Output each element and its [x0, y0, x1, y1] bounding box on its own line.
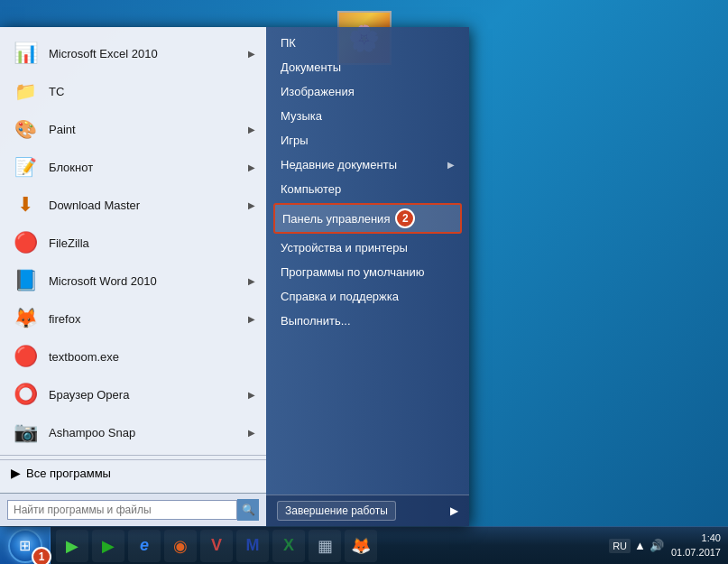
opera-icon: ⭕ — [11, 380, 40, 409]
app-item-tc[interactable]: 📁 TC — [0, 72, 266, 110]
dlmaster-icon: ⬇ — [11, 190, 40, 219]
right-item-run-label: Выполнить... — [281, 314, 351, 328]
app-item-excel[interactable]: 📊 Microsoft Excel 2010 ▶ — [0, 34, 266, 72]
system-tray: RU ▲ 🔊 — [609, 539, 664, 553]
right-item-games[interactable]: Игры — [266, 128, 469, 153]
app-item-dlmaster[interactable]: ⬇ Download Master ▶ — [0, 186, 266, 224]
app-divider — [0, 455, 266, 456]
start-button[interactable]: ⊞ 1 — [0, 527, 51, 565]
ie-icon: e — [140, 536, 149, 555]
app-list: 📊 Microsoft Excel 2010 ▶ 📁 TC 🎨 Paint ▶ — [0, 27, 266, 493]
right-item-controlpanel-label: Панель управления — [282, 212, 390, 226]
word-arrow: ▶ — [248, 276, 255, 286]
controlpanel-row: Панель управления 2 — [282, 208, 415, 228]
taskbar-item-firefox[interactable]: 🦊 — [345, 530, 377, 562]
right-item-docs-label: Документы — [281, 60, 341, 74]
play2-icon: ▶ — [102, 536, 115, 556]
app-item-ashampoo[interactable]: 📷 Ashampoo Snap ▶ — [0, 413, 266, 451]
right-item-games-label: Игры — [281, 134, 309, 147]
ashampoo-icon: 📷 — [11, 418, 40, 447]
excel-label: Microsoft Excel 2010 — [49, 47, 158, 60]
clock-time: 1:40 — [671, 532, 721, 545]
right-item-defaults-label: Программы по умолчанию — [281, 265, 424, 279]
right-item-music[interactable]: Музыка — [266, 104, 469, 128]
all-programs-button[interactable]: ▶ Все программы — [0, 459, 266, 485]
dlmaster-label: Download Master — [49, 199, 140, 212]
taskbar-item-ie[interactable]: e — [128, 530, 161, 562]
firefox-label: firefox — [49, 312, 80, 326]
right-item-devices[interactable]: Устройства и принтеры — [266, 236, 469, 260]
textboom-icon: 🔴 — [11, 342, 40, 371]
right-item-computer[interactable]: Компьютер — [266, 177, 469, 201]
right-item-docs[interactable]: Документы — [266, 55, 469, 79]
search-bar: 🔍 — [0, 493, 266, 526]
taskbar-item-vivaldi[interactable]: V — [200, 530, 233, 562]
right-item-pc-label: ПК — [281, 36, 296, 50]
ashampoo-label: Ashampoo Snap — [49, 426, 135, 439]
app-item-opera[interactable]: ⭕ Браузер Opera ▶ — [0, 375, 266, 413]
textboom-label: textboom.exe — [49, 350, 119, 364]
filezilla-label: FileZilla — [49, 236, 89, 250]
network-icon: ▲ — [634, 539, 646, 552]
word-icon: 📘 — [11, 266, 40, 295]
app-item-notepad[interactable]: 📝 Блокнот ▶ — [0, 148, 266, 186]
mx-icon: M — [246, 536, 260, 555]
excel-taskbar-icon: X — [283, 536, 294, 555]
opera-label: Браузер Opera — [49, 388, 129, 402]
recent-arrow: ▶ — [447, 160, 455, 170]
right-item-run[interactable]: Выполнить... — [266, 309, 469, 333]
firefox-arrow: ▶ — [248, 314, 255, 324]
desktop: 🌸 📊 Microsoft Excel 2010 ▶ 📁 TC — [0, 0, 728, 564]
volume-icon: 🔊 — [650, 539, 664, 552]
right-item-recent-label: Недавние документы — [281, 158, 397, 171]
all-programs-label: Все программы — [26, 467, 111, 480]
app-item-textboom[interactable]: 🔴 textboom.exe — [0, 337, 266, 375]
clock[interactable]: 1:40 01.07.2017 — [671, 532, 721, 559]
right-item-defaults[interactable]: Программы по умолчанию — [266, 260, 469, 284]
taskbar-item-excel[interactable]: X — [272, 530, 305, 562]
taskbar-item-monitor[interactable]: ▦ — [309, 530, 341, 562]
taskbar-right: RU ▲ 🔊 1:40 01.07.2017 — [609, 532, 728, 559]
right-item-controlpanel[interactable]: Панель управления 2 — [273, 203, 462, 234]
taskbar-item-chrome[interactable]: ◉ — [164, 530, 197, 562]
paint-arrow: ▶ — [248, 125, 255, 134]
taskbar-item-play1[interactable]: ▶ — [56, 530, 88, 562]
search-button[interactable]: 🔍 — [237, 499, 259, 521]
right-item-images[interactable]: Изображения — [266, 79, 469, 104]
right-item-computer-label: Компьютер — [281, 182, 341, 196]
vivaldi-icon: V — [211, 536, 222, 555]
right-item-pc[interactable]: ПК — [266, 31, 469, 55]
start-badge: 1 — [32, 547, 51, 565]
right-menu-items: ПК Документы Изображения Музыка Игры — [266, 27, 469, 495]
ashampoo-arrow: ▶ — [248, 428, 255, 438]
notepad-icon: 📝 — [11, 153, 40, 181]
right-item-music-label: Музыка — [281, 109, 322, 123]
filezilla-icon: 🔴 — [11, 228, 40, 257]
right-item-devices-label: Устройства и принтеры — [281, 241, 408, 254]
app-item-filezilla[interactable]: 🔴 FileZilla — [0, 224, 266, 262]
right-item-images-label: Изображения — [281, 85, 355, 98]
clock-date: 01.07.2017 — [671, 546, 721, 559]
app-item-word[interactable]: 📘 Microsoft Word 2010 ▶ — [0, 262, 266, 300]
firefox-taskbar-icon: 🦊 — [351, 536, 371, 556]
taskbar: ⊞ 1 ▶ ▶ e ◉ V M X — [0, 526, 728, 564]
notepad-arrow: ▶ — [248, 162, 255, 172]
excel-arrow: ▶ — [248, 49, 255, 59]
taskbar-item-mx[interactable]: M — [236, 530, 269, 562]
taskbar-item-play2[interactable]: ▶ — [92, 530, 124, 562]
search-input[interactable] — [7, 500, 237, 520]
shutdown-button[interactable]: Завершение работы — [277, 501, 396, 521]
language-indicator[interactable]: RU — [609, 539, 631, 553]
app-item-firefox[interactable]: 🦊 firefox ▶ — [0, 300, 266, 337]
app-item-paint[interactable]: 🎨 Paint ▶ — [0, 110, 266, 148]
excel-icon: 📊 — [11, 39, 40, 68]
monitor-icon: ▦ — [318, 536, 333, 556]
right-item-help[interactable]: Справка и поддержка — [266, 284, 469, 309]
start-menu-left-panel: 📊 Microsoft Excel 2010 ▶ 📁 TC 🎨 Paint ▶ — [0, 27, 266, 526]
shutdown-arrow[interactable]: ▶ — [450, 504, 458, 517]
dlmaster-arrow: ▶ — [248, 200, 255, 210]
right-item-recent[interactable]: Недавние документы ▶ — [266, 153, 469, 177]
opera-arrow: ▶ — [248, 390, 255, 400]
taskbar-items: ▶ ▶ e ◉ V M X ▦ 🦊 — [51, 527, 379, 564]
paint-icon: 🎨 — [11, 115, 40, 143]
